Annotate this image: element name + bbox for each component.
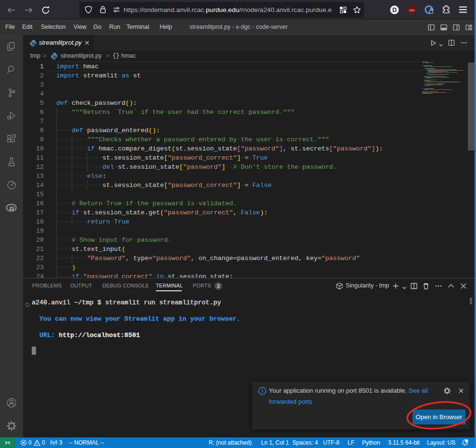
- svg-text:D: D: [392, 7, 397, 13]
- svg-text:R: R: [9, 205, 14, 213]
- svg-text:UO: UO: [409, 8, 414, 12]
